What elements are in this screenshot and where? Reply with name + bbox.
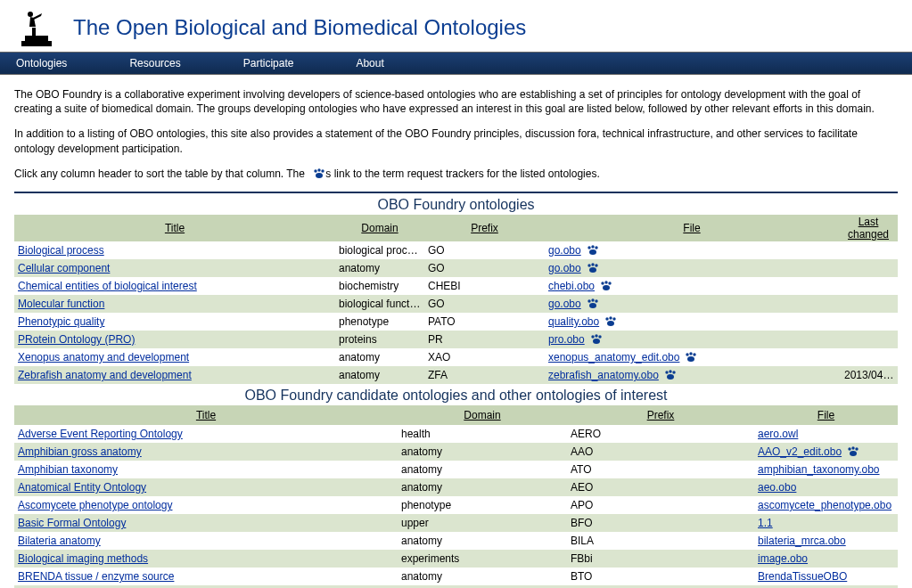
file-link[interactable]: 1.1 (758, 517, 773, 529)
ontology-title-link[interactable]: Ascomycete phenotype ontology (18, 499, 172, 511)
svg-point-33 (690, 352, 693, 355)
file-link[interactable]: bilateria_mrca.obo (758, 535, 846, 547)
ontology-title-link[interactable]: Xenopus anatomy and development (18, 351, 189, 363)
col-file[interactable]: File (754, 405, 898, 425)
domain-cell: anatomy (398, 461, 567, 478)
nav-participate[interactable]: Participate (243, 57, 294, 69)
file-link[interactable]: xenopus_anatomy_edit.obo (548, 351, 679, 363)
ontology-title-link[interactable]: Biological imaging methods (18, 552, 148, 565)
file-link[interactable]: pro.obo (548, 333, 585, 346)
col-title[interactable]: Title (14, 405, 398, 425)
svg-point-28 (591, 335, 594, 338)
paw-icon[interactable] (587, 245, 599, 256)
svg-rect-2 (32, 28, 36, 37)
domain-cell: anatomy (335, 348, 424, 366)
main-ontologies-table: Title Domain Prefix File Last changed Bi… (14, 215, 898, 384)
svg-point-31 (593, 339, 600, 344)
nav-resources[interactable]: Resources (129, 57, 180, 69)
paw-icon[interactable] (600, 281, 612, 291)
svg-point-5 (318, 168, 321, 171)
ontology-title-link[interactable]: Bilateria anatomy (18, 535, 101, 547)
table-row: Anatomical Entity OntologyanatomyAEOaeo.… (14, 478, 898, 496)
file-link[interactable]: image.obo (758, 552, 808, 565)
paw-icon[interactable] (604, 316, 617, 327)
last-changed-cell (839, 259, 898, 277)
ontology-title-link[interactable]: Molecular function (18, 298, 104, 310)
site-title: The Open Biological and Biomedical Ontol… (73, 15, 526, 40)
file-link[interactable]: go.obo (548, 262, 581, 274)
ontology-title-link[interactable]: Adverse Event Reporting Ontology (18, 428, 183, 440)
col-title[interactable]: Title (14, 215, 335, 241)
file-link[interactable]: BrendaTissueOBO (758, 570, 847, 583)
prefix-cell: GO (424, 295, 545, 313)
prefix-cell: PR (424, 331, 545, 348)
ontology-title-link[interactable]: Amphibian gross anatomy (18, 445, 142, 458)
ontology-title-link[interactable]: Biological process (18, 244, 104, 257)
prefix-cell: ZFA (424, 366, 545, 384)
file-link[interactable]: quality.obo (548, 315, 599, 328)
ontology-title-link[interactable]: PRotein Ontology (PRO) (18, 333, 135, 346)
ontology-title-link[interactable]: Basic Formal Ontology (18, 517, 126, 529)
domain-cell: anatomy (335, 259, 424, 277)
svg-point-6 (322, 169, 325, 172)
last-changed-cell (839, 277, 898, 295)
col-prefix[interactable]: Prefix (567, 405, 754, 425)
paw-icon (313, 168, 325, 179)
ontology-title-link[interactable]: Zebrafish anatomy and development (18, 369, 192, 381)
col-file[interactable]: File (545, 215, 839, 241)
file-link[interactable]: go.obo (548, 298, 581, 310)
prefix-cell: APO (567, 496, 754, 514)
col-prefix[interactable]: Prefix (424, 215, 545, 241)
paw-icon[interactable] (587, 263, 599, 274)
file-link[interactable]: chebi.obo (548, 280, 595, 292)
svg-point-19 (603, 285, 610, 290)
file-link[interactable]: aeo.obo (758, 481, 796, 494)
col-domain[interactable]: Domain (335, 215, 424, 241)
last-changed-cell (839, 295, 898, 313)
ontology-title-link[interactable]: Chemical entities of biological interest (18, 280, 197, 292)
domain-cell: biochemistry (335, 277, 424, 295)
table-row: Zebrafish anatomy and developmentanatomy… (14, 366, 898, 384)
last-changed-cell (839, 241, 898, 259)
prefix-cell: FBbi (567, 550, 754, 568)
file-link[interactable]: ascomycete_phenotype.obo (758, 499, 891, 511)
ontology-title-link[interactable]: Anatomical Entity Ontology (18, 481, 146, 494)
prefix-cell: AERO (567, 425, 754, 443)
ontology-title-link[interactable]: BRENDA tissue / enzyme source (18, 570, 174, 583)
ontology-title-link[interactable]: Amphibian taxonomy (18, 463, 118, 476)
domain-cell: experiments (398, 550, 567, 568)
paw-icon[interactable] (590, 334, 603, 345)
last-changed-cell (839, 331, 898, 348)
col-domain[interactable]: Domain (398, 405, 567, 425)
svg-point-36 (665, 371, 668, 373)
table-row: Basic Formal OntologyupperBFO1.1 (14, 514, 898, 532)
intro-paragraph-3: Click any column header to sort the tabl… (14, 167, 898, 181)
file-link[interactable]: AAO_v2_edit.obo (758, 445, 842, 458)
file-link[interactable]: amphibian_taxonomy.obo (758, 463, 880, 476)
svg-point-11 (589, 249, 596, 255)
col-last-changed[interactable]: Last changed (839, 215, 898, 241)
file-link[interactable]: go.obo (548, 244, 581, 257)
last-changed-cell: 2013/04/12 (839, 366, 898, 384)
svg-point-26 (612, 317, 615, 320)
paw-icon[interactable] (587, 298, 599, 309)
table-row: PRotein Ontology (PRO)proteinsPRpro.obo (14, 331, 898, 348)
paw-icon[interactable] (664, 370, 677, 380)
svg-point-21 (591, 298, 594, 301)
file-link[interactable]: zebrafish_anatomy.obo (548, 369, 659, 381)
candidate-table-title: OBO Foundry candidate ontologies and oth… (14, 388, 898, 404)
file-link[interactable]: aero.owl (758, 428, 798, 440)
paw-icon[interactable] (685, 352, 697, 363)
domain-cell: biological process (335, 241, 424, 259)
paw-icon[interactable] (847, 446, 859, 457)
ontology-title-link[interactable]: Phenotypic quality (18, 315, 104, 328)
nav-ontologies[interactable]: Ontologies (16, 57, 67, 69)
main-nav: Ontologies Resources Participate About (0, 52, 912, 75)
ontology-title-link[interactable]: Cellular component (18, 262, 110, 274)
svg-point-10 (595, 246, 597, 249)
svg-point-30 (598, 335, 601, 338)
svg-point-34 (694, 353, 696, 355)
nav-about[interactable]: About (356, 57, 383, 69)
domain-cell: anatomy (398, 478, 567, 496)
prefix-cell: BTO (567, 568, 754, 585)
